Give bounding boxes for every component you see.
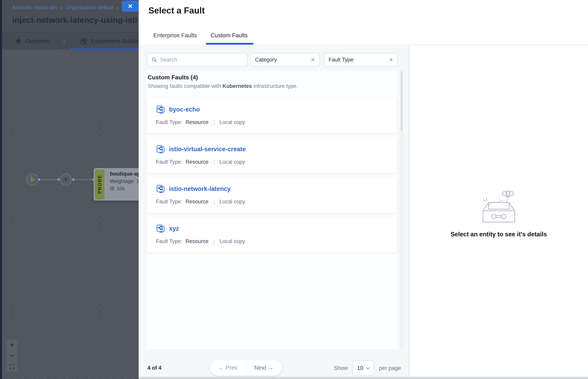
fault-name-link[interactable]: xyz: [169, 225, 179, 232]
tab-experiment-builder-label: Experiment Builder: [91, 38, 140, 45]
fault-type-value: Resource: [185, 238, 209, 244]
fault-node-weightage: Weightage: 10: [110, 178, 142, 184]
modal-close-button[interactable]: ✕: [122, 0, 139, 12]
search-icon: [151, 57, 157, 63]
empty-state: Select an entity to see it's details: [409, 190, 588, 238]
search-input[interactable]: [160, 57, 243, 63]
modal-header: Select a Fault Enterprise Faults Custom …: [139, 0, 588, 45]
edge-port[interactable]: [38, 178, 41, 181]
fault-type-filter[interactable]: Fault Type ✕: [324, 53, 398, 66]
empty-state-text: Select an entity to see it's details: [409, 231, 588, 238]
fault-card-istio-network-latency[interactable]: istio-network-latency Fault Type: Resour…: [147, 177, 397, 213]
per-page-label: per page: [379, 365, 401, 371]
fault-meta: Fault Type: Resource | Local copy: [156, 159, 245, 165]
probe-badge-label: PROBE: [97, 175, 102, 194]
fault-type-filter-label: Fault Type: [329, 57, 353, 63]
custom-faults-subtitle: Showing faults compatible with Kubernete…: [148, 83, 298, 89]
category-filter-label: Category: [255, 57, 277, 63]
pagination-bar: 4 of 4 ← Prev Next → Show 10 per page: [139, 360, 409, 378]
fault-detail-panel: Select an entity to see it's details: [409, 46, 588, 377]
tab-overview-label: Overview: [25, 38, 50, 45]
edge: [41, 179, 58, 180]
pagination-pill: ← Prev Next →: [210, 360, 282, 376]
fault-node-title: boutique-ap: [110, 171, 140, 177]
zoom-out-button[interactable]: −: [7, 350, 17, 361]
select-fault-modal: ✕ Select a Fault Enterprise Faults Custo…: [139, 0, 588, 379]
meta-divider: |: [212, 199, 216, 205]
show-label: Show: [334, 365, 348, 371]
custom-faults-heading: Custom Faults (4): [148, 74, 198, 81]
tab-overview[interactable]: Overview: [15, 33, 50, 50]
scrollbar-thumb[interactable]: [401, 71, 403, 131]
chevron-down-icon: [366, 365, 370, 369]
tab-enterprise-faults[interactable]: Enterprise Faults: [153, 29, 197, 41]
empty-box-illustration: [478, 190, 520, 225]
list-scrollbar[interactable]: [400, 69, 403, 350]
breadcrumb-org-link[interactable]: Organization: default: [66, 4, 114, 11]
edge-port[interactable]: [72, 178, 75, 181]
fault-type-label: Fault Type:: [156, 238, 182, 244]
close-icon: ✕: [128, 3, 133, 10]
category-filter[interactable]: Category ✕: [250, 53, 320, 66]
page-size-select[interactable]: 10: [353, 361, 374, 376]
fault-card-xyz[interactable]: xyz Fault Type: Resource | Local copy: [147, 216, 397, 253]
local-copy-label: Local copy: [219, 159, 245, 165]
meta-divider: |: [212, 159, 216, 165]
tab-experiment-builder[interactable]: Experiment Builder: [80, 33, 140, 50]
add-step-node[interactable]: +: [60, 174, 72, 186]
modal-title: Select a Fault: [148, 6, 205, 16]
fullscreen-button[interactable]: [7, 361, 17, 372]
fault-card-istio-virtual-service-create[interactable]: istio-virtual-service-create Fault Type:…: [147, 137, 397, 174]
next-page-button[interactable]: Next →: [246, 360, 282, 376]
fault-name-link[interactable]: istio-virtual-service-create: [169, 146, 246, 153]
fault-type-value: Resource: [185, 119, 209, 126]
fault-search-box: [147, 53, 248, 66]
custom-fault-icon: [156, 105, 165, 114]
tab-custom-faults[interactable]: Custom Faults: [211, 29, 248, 41]
prev-page-button[interactable]: ← Prev: [210, 360, 246, 376]
fault-meta: Fault Type: Resource | Local copy: [156, 238, 245, 244]
page-size-value: 10: [357, 365, 363, 371]
breadcrumb-account-link[interactable]: Account: chaos-dev: [12, 4, 58, 11]
tab-custom-faults-label: Custom Faults: [211, 32, 248, 39]
fault-type-label: Fault Type:: [156, 199, 182, 205]
fault-type-label: Fault Type:: [156, 119, 182, 126]
tab-chevron-icon: ›: [63, 33, 65, 50]
pagination-count: 4 of 4: [147, 365, 162, 371]
zoom-in-glyph: +: [10, 341, 14, 349]
fault-name-link[interactable]: istio-network-latency: [169, 185, 231, 192]
active-tab-indicator: [70, 48, 141, 50]
app-root: Account: chaos-dev › Organization: defau…: [0, 0, 588, 379]
plus-icon: +: [63, 175, 68, 184]
custom-faults-panel: Custom Faults (4) Showing faults compati…: [146, 69, 398, 350]
meta-divider: |: [212, 119, 216, 126]
fault-type-value: Resource: [185, 159, 209, 165]
custom-fault-icon: [156, 184, 165, 193]
category-clear-icon[interactable]: ✕: [311, 57, 315, 63]
active-modal-tab-indicator: [206, 43, 253, 45]
edge: [75, 179, 92, 180]
start-node[interactable]: [26, 174, 38, 186]
local-copy-label: Local copy: [219, 119, 245, 126]
faults-list-column: Category ✕ Fault Type ✕ Custom Faults (4…: [139, 46, 409, 379]
fault-type-value: Resource: [185, 199, 209, 205]
modal-bottom-edge: [139, 377, 588, 379]
canvas-zoom-controls: + −: [7, 340, 17, 372]
fault-type-label: Fault Type:: [156, 159, 182, 165]
fullscreen-icon: [9, 363, 15, 369]
custom-fault-icon: [156, 145, 165, 154]
fault-node-duration: 10s: [110, 186, 125, 191]
tab-enterprise-faults-label: Enterprise Faults: [153, 32, 197, 39]
fault-name-link[interactable]: byoc-echo: [169, 106, 200, 113]
local-copy-label: Local copy: [219, 199, 245, 205]
fault-card-byoc-echo[interactable]: byoc-echo Fault Type: Resource | Local c…: [147, 97, 397, 134]
zoom-in-button[interactable]: +: [7, 340, 17, 350]
fault-type-clear-icon[interactable]: ✕: [389, 57, 393, 63]
subtitle-infra-type: Kubernetes: [222, 83, 252, 89]
play-icon: [31, 176, 36, 183]
custom-fault-icon: [156, 224, 165, 233]
experiment-builder-icon: [80, 37, 87, 45]
local-copy-label: Local copy: [219, 238, 245, 244]
fault-meta: Fault Type: Resource | Local copy: [156, 119, 245, 126]
experiment-title: inject-network-latency-using-isti: [12, 16, 137, 25]
